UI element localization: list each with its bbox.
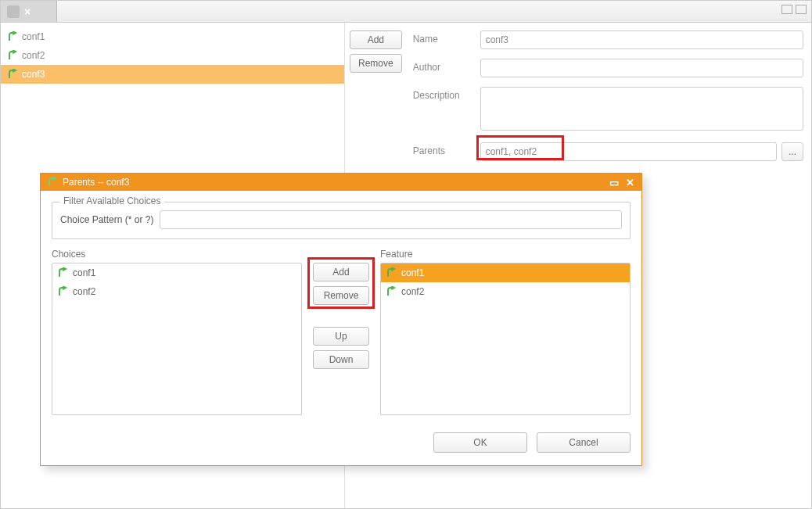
description-label: Description (413, 87, 472, 101)
branch-icon (386, 286, 397, 297)
filter-legend: Filter Available Choices (60, 195, 164, 206)
list-item[interactable]: conf2 (52, 282, 301, 301)
move-up-button[interactable]: Up (313, 327, 369, 346)
remove-from-feature-button[interactable]: Remove (313, 286, 369, 305)
branch-icon (7, 31, 18, 42)
transfer-buttons: Add Remove Up Down (313, 249, 369, 369)
feature-label: Feature (380, 249, 631, 260)
list-item-label: conf1 (73, 267, 95, 278)
list-item[interactable]: conf1 (52, 263, 301, 282)
config-item[interactable]: conf2 (1, 46, 344, 65)
branch-icon (7, 50, 18, 61)
parents-browse-button[interactable]: ... (781, 142, 803, 161)
name-label: Name (413, 30, 472, 45)
remove-config-button[interactable]: Remove (350, 54, 402, 73)
cancel-button[interactable]: Cancel (537, 432, 631, 453)
branch-icon (386, 267, 397, 278)
ok-button[interactable]: OK (433, 432, 527, 453)
choice-pattern-field[interactable] (160, 210, 622, 229)
description-field[interactable] (480, 87, 803, 131)
choice-pattern-label: Choice Pattern (* or ?) (60, 214, 153, 225)
add-to-feature-button[interactable]: Add (313, 263, 369, 281)
editor-tab[interactable]: × (1, 1, 57, 22)
move-down-button[interactable]: Down (313, 350, 369, 369)
author-field[interactable] (480, 59, 803, 77)
branch-icon (47, 177, 58, 188)
list-item[interactable]: conf2 (381, 282, 630, 301)
dialog-titlebar[interactable]: Parents -- conf3 ▭ ✕ (41, 174, 641, 191)
name-field[interactable] (480, 30, 803, 49)
list-item[interactable]: conf1 (381, 263, 630, 282)
dialog-maximize-icon[interactable]: ▭ (609, 177, 620, 188)
list-item-label: conf2 (401, 286, 424, 297)
window-controls (781, 5, 807, 14)
dialog-title-text: Parents -- conf3 (63, 177, 129, 188)
choices-listbox[interactable]: conf1 conf2 (52, 263, 302, 415)
dialog-footer: OK Cancel (52, 432, 631, 453)
dual-list-picker: Choices conf1 conf2 (52, 249, 631, 415)
author-label: Author (413, 59, 472, 73)
app-icon (7, 5, 20, 18)
minimize-icon[interactable] (781, 5, 792, 14)
feature-listbox[interactable]: conf1 conf2 (380, 263, 631, 415)
list-item-label: conf2 (73, 286, 95, 297)
parents-field[interactable] (480, 142, 777, 161)
choices-label: Choices (52, 249, 302, 260)
dialog-close-icon[interactable]: ✕ (624, 177, 635, 188)
tab-bar: × (1, 1, 811, 23)
config-item-label: conf3 (22, 69, 45, 80)
feature-column: Feature conf1 conf2 (380, 249, 631, 415)
config-item-label: conf2 (22, 50, 45, 61)
branch-icon (57, 286, 68, 297)
parents-dialog: Parents -- conf3 ▭ ✕ Filter Available Ch… (40, 173, 642, 466)
branch-icon (57, 267, 68, 278)
config-item[interactable]: conf1 (1, 27, 344, 46)
filter-fieldset: Filter Available Choices Choice Pattern … (52, 202, 631, 239)
close-tab-icon[interactable]: × (24, 6, 31, 17)
maximize-icon[interactable] (796, 5, 807, 14)
choices-column: Choices conf1 conf2 (52, 249, 302, 415)
list-item-label: conf1 (401, 267, 424, 278)
parents-label: Parents (413, 142, 472, 156)
config-item[interactable]: conf3 (1, 65, 344, 84)
add-config-button[interactable]: Add (350, 30, 402, 49)
config-item-label: conf1 (22, 31, 45, 42)
branch-icon (7, 69, 18, 80)
form-button-column: Add Remove (350, 30, 402, 170)
